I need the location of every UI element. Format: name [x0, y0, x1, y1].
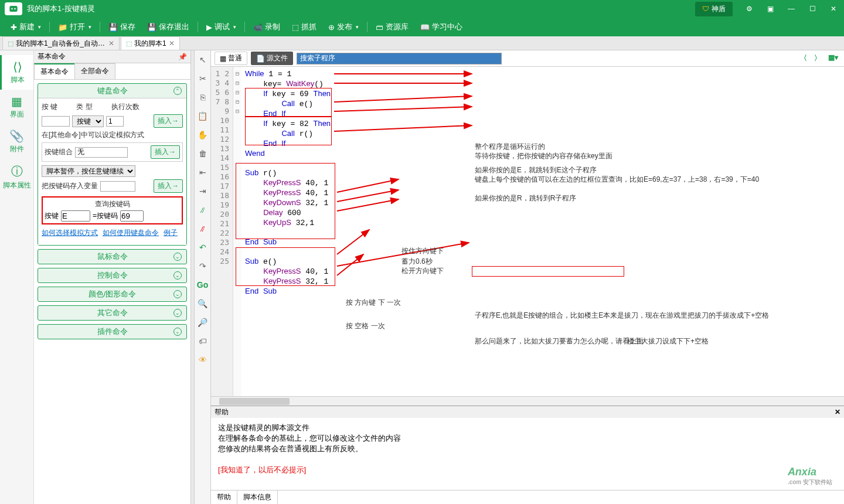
link-kb-cmd[interactable]: 如何使用键盘命令	[103, 228, 159, 238]
debug-button[interactable]: ▶调试▾	[202, 20, 241, 34]
tab-all-cmd[interactable]: 全部命令	[74, 63, 115, 79]
shield-label: 神盾	[712, 4, 726, 14]
code-content[interactable]: While 1 = 1 key= WaitKey() If key = 69 T…	[241, 67, 844, 396]
insert-button[interactable]: 插入→	[154, 179, 183, 193]
save-button[interactable]: 💾保存	[104, 20, 140, 34]
restore-icon[interactable]: ▣	[760, 0, 781, 18]
watch-icon[interactable]: 👁	[197, 354, 209, 366]
help-title: 帮助	[215, 407, 229, 417]
pin-icon[interactable]: 📌	[178, 53, 187, 61]
help-text: 这是按键精灵的脚本源文件	[218, 423, 837, 433]
window-title: 我的脚本1-按键精灵	[27, 4, 695, 14]
view-source-button[interactable]: 📄源文件	[251, 52, 293, 65]
vtab-attr[interactable]: ⓘ脚本属性	[0, 159, 33, 195]
file-tab-label: 我的脚本1	[134, 39, 166, 49]
resource-icon: 🗃	[376, 23, 383, 32]
cursor-icon[interactable]: ↖	[197, 54, 209, 66]
view-normal-button[interactable]: ▦普通	[215, 52, 247, 65]
color-cmd-group[interactable]: 颜色/图形命令⌄	[38, 287, 186, 301]
uncomment-icon[interactable]: ⫽	[197, 223, 209, 234]
fold-gutter[interactable]: ⊟ ⊟ ⊟ ⊟ ⊟	[233, 67, 241, 396]
type-select[interactable]: 按键	[72, 115, 104, 127]
var-input[interactable]	[100, 181, 135, 192]
resource-button[interactable]: 🗃资源库	[371, 20, 413, 34]
help-text: 您修改的结果将会在普通视图上有所反映。	[218, 444, 837, 454]
go-icon[interactable]: Go	[197, 279, 209, 291]
count-input[interactable]	[106, 116, 124, 127]
titlebar: 我的脚本1-按键精灵 🛡 神盾 ⚙ ▣ — ☐ ✕	[0, 0, 844, 18]
code-editor[interactable]: 1 2 3 4 5 6 7 8 9 10 11 12 13 14 15 16 1…	[211, 67, 844, 396]
record-button[interactable]: 📹录制	[249, 20, 285, 34]
bookmark-icon[interactable]: 🏷	[197, 335, 209, 347]
plus-icon: ✚	[11, 23, 17, 32]
undo-icon[interactable]: ↶	[197, 241, 209, 253]
folder-icon: 📁	[58, 23, 67, 32]
hand-icon[interactable]: ✋	[197, 129, 209, 141]
tab-basic-cmd[interactable]: 基本命令	[34, 63, 75, 79]
close-help-icon[interactable]: ✕	[835, 408, 840, 416]
note-text: 在[其他命令]中可以设定模拟方式	[42, 130, 183, 140]
layout-icon[interactable]: ▦▾	[826, 52, 840, 64]
minimize-icon[interactable]: —	[781, 0, 802, 18]
link-sim-mode[interactable]: 如何选择模拟方式	[42, 228, 98, 238]
script-info-tab[interactable]: 脚本信息	[237, 491, 278, 504]
keyboard-cmd-group[interactable]: 键盘命令⌃	[38, 84, 186, 98]
clip-icon: 📎	[0, 129, 33, 143]
indent-icon[interactable]: ⇥	[197, 185, 209, 197]
search-input[interactable]	[297, 53, 502, 64]
grid-icon: ▦	[220, 55, 226, 63]
save-exit-icon: 💾	[147, 23, 156, 32]
comment-icon[interactable]: ⫽	[197, 204, 209, 216]
link-example[interactable]: 例子	[164, 228, 178, 238]
control-cmd-group[interactable]: 控制命令⌄	[38, 268, 186, 282]
publish-button[interactable]: ⊕发布▾	[324, 20, 363, 34]
lookup-key-label: 按键	[45, 211, 59, 221]
other-cmd-group[interactable]: 其它命令⌄	[38, 306, 186, 320]
cut-icon[interactable]: ✂	[197, 73, 209, 84]
code-icon: ⟨⟩	[2, 60, 33, 74]
app-logo	[5, 2, 22, 15]
redo-icon[interactable]: ↷	[197, 260, 209, 272]
outdent-icon[interactable]: ⇤	[197, 166, 209, 178]
capture-button[interactable]: ⬚抓抓	[287, 20, 321, 34]
close-tab-icon[interactable]: ✕	[169, 39, 175, 47]
replace-icon[interactable]: 🔎	[197, 316, 209, 328]
paste-icon[interactable]: 📋	[197, 110, 209, 122]
save-exit-button[interactable]: 💾保存退出	[142, 20, 194, 34]
vtab-script[interactable]: ⟨⟩脚本	[0, 55, 33, 90]
tovar-label: 把按键码存入变量	[42, 181, 98, 191]
vtab-attach[interactable]: 📎附件	[0, 124, 33, 159]
vtab-ui[interactable]: ▦界面	[0, 90, 33, 124]
line-gutter: 1 2 3 4 5 6 7 8 9 10 11 12 13 14 15 16 1…	[211, 67, 233, 396]
eq-label: =按键码	[93, 211, 118, 221]
copy-icon[interactable]: ⎘	[197, 91, 209, 103]
plugin-cmd-group[interactable]: 插件命令⌄	[38, 325, 186, 339]
settings-icon[interactable]: ⚙	[738, 0, 760, 18]
help-tab[interactable]: 帮助	[211, 491, 237, 504]
maximize-icon[interactable]: ☐	[802, 0, 823, 18]
expand-icon: ⌄	[173, 328, 182, 336]
dismiss-link[interactable]: [我知道了，以后不必提示]	[218, 465, 306, 474]
key-input[interactable]	[42, 116, 70, 127]
close-icon[interactable]: ✕	[823, 0, 844, 18]
lookup-code-input[interactable]	[120, 210, 144, 222]
file-tab[interactable]: ⬚ 我的脚本1 ✕	[121, 36, 180, 50]
insert-button[interactable]: 插入→	[151, 145, 180, 159]
insert-button[interactable]: 插入→	[154, 114, 183, 128]
mouse-cmd-group[interactable]: 鼠标命令⌄	[38, 250, 186, 264]
close-tab-icon[interactable]: ✕	[108, 39, 114, 47]
h-scrollbar[interactable]	[211, 396, 844, 406]
learn-button[interactable]: 📖学习中心	[416, 20, 467, 34]
next-icon[interactable]: 〉	[812, 52, 823, 64]
combo-input[interactable]	[75, 147, 128, 158]
shield-button[interactable]: 🛡 神盾	[695, 2, 733, 16]
open-button[interactable]: 📁打开▾	[53, 20, 96, 34]
prev-icon[interactable]: 〈	[798, 52, 809, 64]
expand-icon: ⌄	[173, 290, 182, 298]
find-icon[interactable]: 🔍	[197, 298, 209, 309]
lookup-key-input[interactable]	[61, 210, 90, 222]
file-tab[interactable]: ⬚ 我的脚本1_自动备份_自动备... ✕	[2, 36, 120, 50]
new-button[interactable]: ✚新建▾	[6, 20, 46, 34]
delete-icon[interactable]: 🗑	[197, 148, 209, 159]
pause-select[interactable]: 脚本暂停，按任意键继续	[42, 165, 135, 177]
